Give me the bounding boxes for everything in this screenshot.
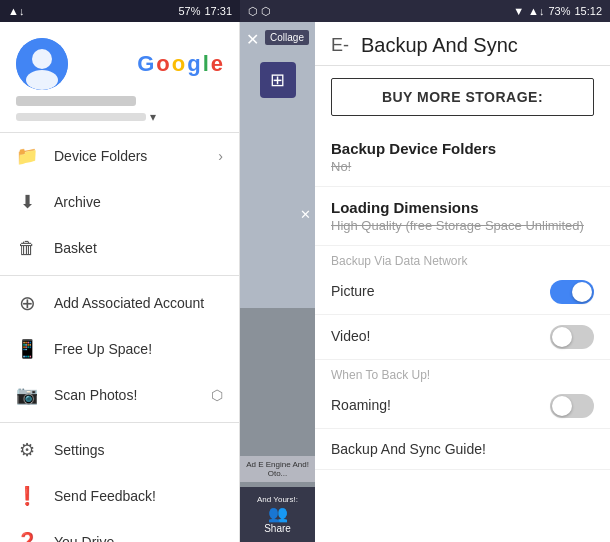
nav-label-drive: You Drive xyxy=(54,534,114,542)
nav-label-basket: Basket xyxy=(54,240,97,256)
nav-item-add-account[interactable]: ⊕ Add Associated Account xyxy=(0,280,239,326)
chevron-right-icon-folders: › xyxy=(218,148,223,164)
sidebar: G o o g l e ▾ xyxy=(0,22,240,542)
left-status-right: 57% 17:31 xyxy=(178,5,232,17)
nav-divider-2 xyxy=(0,422,239,423)
settings-icon: ⚙ xyxy=(16,439,38,461)
svg-point-2 xyxy=(26,70,58,90)
roaming-toggle[interactable] xyxy=(550,394,594,418)
video-toggle[interactable] xyxy=(550,325,594,349)
help-icon: ❓ xyxy=(16,531,38,542)
feedback-icon: ❗ xyxy=(16,485,38,507)
external-link-icon: ⬡ xyxy=(211,387,223,403)
picture-toggle-knob xyxy=(572,282,592,302)
video-toggle-knob xyxy=(552,327,572,347)
right-status-left: ⬡ ⬡ xyxy=(248,5,271,18)
nav-item-free-space[interactable]: 📱 Free Up Space! xyxy=(0,326,239,372)
collage-label: Collage xyxy=(265,30,309,45)
backup-device-title: Backup Device Folders xyxy=(331,140,594,157)
share-icon: 👥 xyxy=(268,504,288,523)
backup-device-section: Backup Device Folders No! xyxy=(315,128,610,187)
close-button-center[interactable]: ✕ xyxy=(246,30,259,49)
share-preview-text: And Yours!: xyxy=(257,495,298,504)
center-panel: ⊞ ✕ Collage Ad E Engine And! Oto... ✕ An… xyxy=(240,22,315,542)
ad-area: Ad E Engine And! Oto... xyxy=(240,456,315,482)
backup-guide-link[interactable]: Backup And Sync Guide! xyxy=(315,429,610,470)
right-nav-icons: ⬡ ⬡ xyxy=(248,5,271,18)
trash-icon: 🗑 xyxy=(16,237,38,259)
grid-icon: ⊞ xyxy=(270,69,285,91)
roaming-label: Roaming! xyxy=(331,397,391,413)
nav-label-feedback: Send Feedback! xyxy=(54,488,156,504)
collage-icon-box: ⊞ xyxy=(260,62,296,98)
nav-items: 📁 Device Folders › ⬇ Archive 🗑 Basket ⊕ … xyxy=(0,133,239,542)
avatar xyxy=(16,38,68,90)
backup-via-network-header: Backup Via Data Network xyxy=(315,246,610,270)
loading-dimensions-value: High Quality (free Storage Space Unlimit… xyxy=(331,218,594,233)
right-time: 15:12 xyxy=(574,5,602,17)
roaming-row: Roaming! xyxy=(315,384,610,429)
nav-item-settings[interactable]: ⚙ Settings xyxy=(0,427,239,473)
share-area: And Yours!: 👥 Share xyxy=(240,487,315,542)
profile-area: G o o g l e ▾ xyxy=(0,22,239,133)
video-label: Video! xyxy=(331,328,370,344)
back-button[interactable]: E- xyxy=(331,35,349,56)
profile-email-row: ▾ xyxy=(16,110,223,124)
nav-item-basket[interactable]: 🗑 Basket xyxy=(0,225,239,271)
camera-icon: 📷 xyxy=(16,384,38,406)
profile-name-area: ▾ xyxy=(16,96,223,124)
right-panel: E- Backup And Sync BUY MORE STORAGE: Bac… xyxy=(315,22,610,542)
nav-item-feedback[interactable]: ❗ Send Feedback! xyxy=(0,473,239,519)
ad-text: Ad E Engine And! Oto... xyxy=(246,460,309,478)
nav-item-scan-photos[interactable]: 📷 Scan Photos! ⬡ xyxy=(0,372,239,418)
video-row: Video! xyxy=(315,315,610,360)
right-signal-icon: ▲↓ xyxy=(528,5,544,17)
google-logo: G o o g l e xyxy=(137,51,223,77)
picture-label: Picture xyxy=(331,283,375,299)
nav-label-device-folders: Device Folders xyxy=(54,148,147,164)
buy-storage-button[interactable]: BUY MORE STORAGE: xyxy=(331,78,594,116)
nav-item-device-folders[interactable]: 📁 Device Folders › xyxy=(0,133,239,179)
roaming-toggle-knob xyxy=(552,396,572,416)
profile-name-bar xyxy=(16,96,136,106)
right-wifi-icon: ▼ xyxy=(513,5,524,17)
phone-icon: 📱 xyxy=(16,338,38,360)
nav-label-settings: Settings xyxy=(54,442,105,458)
share-label: Share xyxy=(264,523,291,534)
loading-dimensions-section: Loading Dimensions High Quality (free St… xyxy=(315,187,610,246)
right-panel-title: Backup And Sync xyxy=(361,34,518,57)
right-status-right: ▼ ▲↓ 73% 15:12 xyxy=(513,5,602,17)
nav-label-add-account: Add Associated Account xyxy=(54,295,204,311)
nav-item-drive[interactable]: ❓ You Drive xyxy=(0,519,239,542)
profile-email-bar xyxy=(16,113,146,121)
add-account-icon: ⊕ xyxy=(16,292,38,314)
picture-toggle[interactable] xyxy=(550,280,594,304)
nav-divider-1 xyxy=(0,275,239,276)
nav-item-archive[interactable]: ⬇ Archive xyxy=(0,179,239,225)
nav-label-scan-photos: Scan Photos! xyxy=(54,387,137,403)
archive-icon: ⬇ xyxy=(16,191,38,213)
backup-device-value: No! xyxy=(331,159,594,174)
picture-row: Picture xyxy=(315,270,610,315)
folder-icon: 📁 xyxy=(16,145,38,167)
profile-dropdown-icon[interactable]: ▾ xyxy=(150,110,156,124)
svg-point-1 xyxy=(32,49,52,69)
left-status-left: ▲↓ xyxy=(8,5,24,17)
nav-label-archive: Archive xyxy=(54,194,101,210)
left-battery: 57% xyxy=(178,5,200,17)
loading-dimensions-title: Loading Dimensions xyxy=(331,199,594,216)
left-time: 17:31 xyxy=(204,5,232,17)
nav-label-free-space: Free Up Space! xyxy=(54,341,152,357)
when-to-backup-header: When To Back Up! xyxy=(315,360,610,384)
close-button-bottom[interactable]: ✕ xyxy=(300,207,311,222)
right-header: E- Backup And Sync xyxy=(315,22,610,66)
right-battery: 73% xyxy=(548,5,570,17)
signal-icon: ▲↓ xyxy=(8,5,24,17)
